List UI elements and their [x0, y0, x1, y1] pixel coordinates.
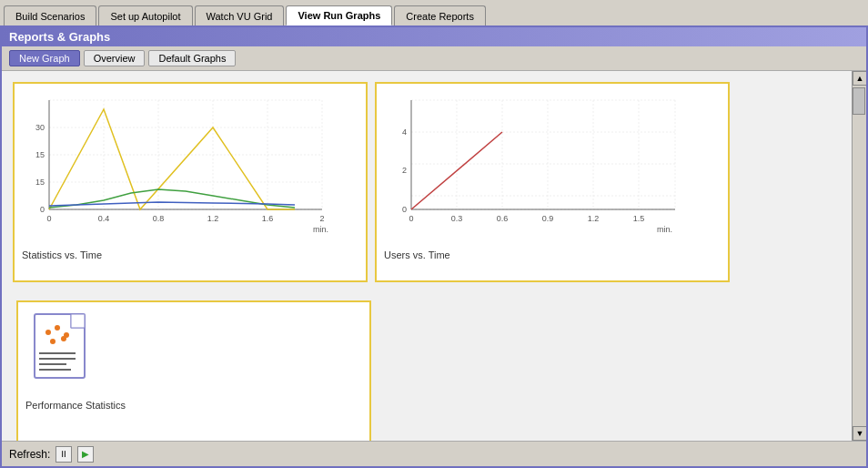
- svg-text:0: 0: [46, 214, 51, 223]
- svg-text:0.9: 0.9: [542, 214, 554, 223]
- graphs-row-bottom: Performance Statistics: [2, 293, 866, 441]
- pause-button[interactable]: ⏸: [56, 446, 72, 463]
- performance-label: Performance Statistics: [25, 400, 126, 411]
- svg-point-50: [55, 325, 60, 331]
- performance-icon: [25, 310, 98, 396]
- svg-text:0.4: 0.4: [98, 214, 110, 223]
- svg-text:0.6: 0.6: [497, 214, 509, 223]
- svg-text:15: 15: [35, 150, 45, 159]
- svg-text:1.6: 1.6: [262, 214, 274, 223]
- svg-text:30: 30: [35, 123, 45, 132]
- tab-create-reports[interactable]: Create Reports: [394, 5, 486, 25]
- sub-tab-bar: New Graph Overview Default Graphs: [2, 46, 866, 71]
- svg-text:0.8: 0.8: [153, 214, 165, 223]
- scrollbar-thumb[interactable]: [853, 87, 865, 115]
- statistics-chart: 0 15 15 30 0 0.4 0.8 1.2 1.6 2 min.: [22, 91, 331, 246]
- svg-line-46: [411, 132, 502, 209]
- svg-text:0: 0: [409, 214, 413, 223]
- tab-bar: Build Scenarios Set up Autopilot Watch V…: [0, 0, 868, 25]
- svg-point-49: [45, 330, 51, 335]
- statistics-label: Statistics vs. Time: [22, 249, 102, 260]
- svg-text:2: 2: [319, 214, 324, 223]
- sub-tab-new-graph[interactable]: New Graph: [9, 50, 80, 66]
- tab-build-scenarios[interactable]: Build Scenarios: [4, 5, 96, 25]
- graph-card-statistics[interactable]: 0 15 15 30 0 0.4 0.8 1.2 1.6 2 min.: [13, 82, 368, 282]
- svg-text:min.: min.: [657, 225, 672, 234]
- svg-text:15: 15: [35, 178, 45, 187]
- svg-text:0: 0: [40, 205, 45, 214]
- scroll-up-button[interactable]: ▲: [853, 71, 866, 86]
- svg-text:1.5: 1.5: [633, 214, 645, 223]
- svg-text:4: 4: [402, 127, 407, 137]
- graph-card-users[interactable]: 0 2 4 0 0.3 0.6 0.9 1.2 1.5 min. Users v…: [375, 82, 730, 282]
- svg-text:0: 0: [402, 205, 407, 214]
- tab-setup-autopilot[interactable]: Set up Autopilot: [98, 5, 192, 25]
- svg-text:min.: min.: [313, 225, 328, 234]
- tab-watch-vu-grid[interactable]: Watch VU Grid: [195, 5, 285, 25]
- users-chart: 0 2 4 0 0.3 0.6 0.9 1.2 1.5 min.: [384, 91, 693, 246]
- svg-text:1.2: 1.2: [588, 214, 600, 223]
- svg-text:2: 2: [402, 166, 407, 175]
- svg-point-53: [61, 336, 66, 341]
- graph-card-performance[interactable]: Performance Statistics: [16, 300, 371, 441]
- svg-point-52: [50, 339, 56, 344]
- refresh-label: Refresh:: [9, 448, 50, 461]
- users-label: Users vs. Time: [384, 249, 450, 260]
- svg-text:0.3: 0.3: [451, 214, 463, 223]
- scroll-down-button[interactable]: ▼: [853, 426, 866, 441]
- tab-view-run-graphs[interactable]: View Run Graphs: [286, 5, 392, 25]
- main-panel: Reports & Graphs New Graph Overview Defa…: [0, 25, 868, 468]
- right-scrollbar[interactable]: ▲ ▼: [852, 71, 866, 441]
- panel-title: Reports & Graphs: [2, 27, 866, 46]
- play-button[interactable]: ▶: [77, 446, 94, 463]
- graphs-row-top: 0 15 15 30 0 0.4 0.8 1.2 1.6 2 min.: [2, 71, 866, 293]
- svg-rect-48: [71, 314, 85, 328]
- bottom-bar: Refresh: ⏸ ▶: [2, 441, 866, 466]
- sub-tab-default-graphs[interactable]: Default Graphs: [148, 50, 236, 66]
- sub-tab-overview[interactable]: Overview: [84, 50, 146, 66]
- svg-text:1.2: 1.2: [207, 214, 219, 223]
- content-area: 0 15 15 30 0 0.4 0.8 1.2 1.6 2 min.: [2, 71, 866, 441]
